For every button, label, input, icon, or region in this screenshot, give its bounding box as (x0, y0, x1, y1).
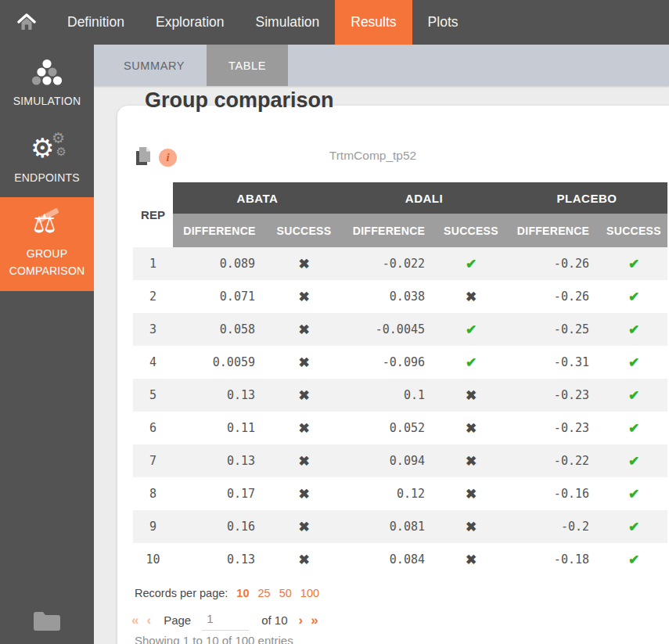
placebo-difference-cell: -0.26 (506, 247, 600, 280)
abata-difference-cell: 0.13 (173, 444, 266, 477)
records-option-25[interactable]: 25 (258, 587, 271, 599)
placebo-success-mark: ✔ (600, 412, 667, 444)
adali-difference-cell: -0.096 (342, 346, 436, 379)
rep-cell: 6 (133, 412, 173, 444)
cluster-icon (31, 57, 63, 88)
adali-difference-cell: 0.12 (342, 477, 436, 510)
table-row: 3 0.058 ✖ -0.0045 ✔ -0.25 ✔ (133, 313, 667, 346)
sidebar-item-label: ENDPOINTS (14, 170, 79, 187)
placebo-difference-cell: -0.25 (506, 313, 600, 346)
sidebar-item-simulation[interactable]: SIMULATION (0, 45, 94, 121)
table-row: 10 0.13 ✖ 0.084 ✖ -0.18 ✔ (133, 543, 667, 576)
column-header-success: SUCCESS (436, 214, 506, 247)
records-per-page-label: Records per page: (135, 587, 228, 599)
abata-success-mark: ✖ (266, 510, 342, 543)
placebo-success-mark: ✔ (600, 313, 667, 346)
column-header-difference: DIFFERENCE (506, 214, 600, 247)
rep-cell: 10 (133, 543, 173, 576)
nav-item-plots[interactable]: Plots (412, 0, 474, 45)
tab-summary[interactable]: SUMMARY (102, 45, 207, 86)
placebo-success-mark: ✔ (600, 346, 667, 379)
table-row: 7 0.13 ✖ 0.094 ✖ -0.22 ✔ (133, 444, 667, 477)
table-row: 4 0.0059 ✖ -0.096 ✔ -0.31 ✔ (133, 346, 667, 379)
group-header-placebo: PLACEBO (506, 182, 667, 214)
abata-difference-cell: 0.089 (173, 247, 266, 280)
table-row: 2 0.071 ✖ 0.038 ✖ -0.26 ✔ (133, 280, 667, 313)
home-icon (17, 13, 36, 31)
placebo-difference-cell: -0.16 (506, 477, 600, 510)
results-tabbar: SUMMARY TABLE (94, 45, 669, 86)
next-page-button[interactable]: › (299, 613, 304, 628)
abata-success-mark: ✖ (266, 412, 342, 444)
abata-difference-cell: 0.17 (173, 477, 266, 510)
placebo-difference-cell: -0.26 (506, 280, 600, 313)
page-label: Page (164, 613, 191, 627)
records-option-50[interactable]: 50 (279, 587, 292, 599)
table-meta-row: i TrtmComp_tp52 (133, 146, 669, 171)
sidebar-item-label: SIMULATION (13, 93, 81, 110)
column-header-rep: REP (133, 182, 173, 247)
adali-success-mark: ✖ (436, 510, 506, 543)
placebo-success-mark: ✔ (600, 477, 667, 510)
rep-cell: 2 (133, 280, 173, 313)
column-header-difference: DIFFERENCE (342, 214, 436, 247)
sidebar-item-endpoints[interactable]: ⚙ ⚙ ⚙ ENDPOINTS (0, 121, 94, 198)
adali-success-mark: ✔ (436, 247, 506, 280)
nav-item-results[interactable]: Results (335, 0, 412, 45)
group-header-abata: ABATA (173, 182, 342, 214)
placebo-difference-cell: -0.23 (506, 412, 600, 444)
abata-difference-cell: 0.058 (173, 313, 266, 346)
last-page-button[interactable]: » (311, 613, 318, 628)
main-content: Group comparison i TrtmComp_tp52 (94, 86, 669, 644)
placebo-difference-cell: -0.2 (506, 510, 600, 543)
table-row: 1 0.089 ✖ -0.022 ✔ -0.26 ✔ (133, 247, 667, 280)
adali-difference-cell: 0.081 (342, 510, 436, 543)
table-row: 5 0.13 ✖ 0.1 ✖ -0.23 ✔ (133, 379, 667, 412)
abata-success-mark: ✖ (266, 477, 342, 510)
nav-item-definition[interactable]: Definition (52, 0, 140, 45)
adali-difference-cell: 0.084 (342, 543, 436, 576)
abata-success-mark: ✖ (266, 444, 342, 477)
abata-difference-cell: 0.13 (173, 379, 266, 412)
placebo-success-mark: ✔ (600, 379, 667, 412)
adali-success-mark: ✖ (436, 379, 506, 412)
placebo-success-mark: ✔ (600, 280, 667, 313)
project-folder-button[interactable] (32, 610, 62, 635)
group-header-row: REP ABATA ADALI PLACEBO (133, 182, 667, 214)
app-window: Definition Exploration Simulation Result… (0, 0, 669, 644)
abata-difference-cell: 0.13 (173, 543, 266, 576)
nav-item-exploration[interactable]: Exploration (140, 0, 240, 45)
table-body: 1 0.089 ✖ -0.022 ✔ -0.26 ✔ 2 0.071 ✖ 0.0… (133, 247, 667, 576)
placebo-success-mark: ✔ (600, 510, 667, 543)
sidebar-item-group-comparison[interactable]: ⚖ GROUP COMPARISON (0, 197, 94, 290)
tab-table[interactable]: TABLE (207, 45, 288, 86)
records-per-page: Records per page: 10 25 50 100 (135, 587, 319, 599)
table-title: TrtmComp_tp52 (133, 149, 613, 163)
first-page-button[interactable]: « (131, 613, 138, 628)
adali-success-mark: ✖ (436, 477, 506, 510)
abata-success-mark: ✖ (266, 313, 342, 346)
group-comparison-table: REP ABATA ADALI PLACEBO DIFFERENCE SUCCE… (133, 182, 667, 576)
gears-icon: ⚙ ⚙ ⚙ (29, 134, 65, 165)
adali-difference-cell: 0.094 (342, 444, 436, 477)
placebo-difference-cell: -0.31 (506, 346, 600, 379)
abata-difference-cell: 0.16 (173, 510, 266, 543)
adali-success-mark: ✖ (436, 280, 506, 313)
records-option-10[interactable]: 10 (236, 587, 249, 599)
abata-success-mark: ✖ (266, 280, 342, 313)
records-option-100[interactable]: 100 (300, 587, 319, 599)
pager: « ‹ Page of 10 › » (131, 610, 326, 631)
adali-difference-cell: 0.052 (342, 412, 436, 444)
placebo-difference-cell: -0.23 (506, 379, 600, 412)
abata-success-mark: ✖ (266, 543, 342, 576)
column-header-difference: DIFFERENCE (173, 214, 266, 247)
abata-success-mark: ✖ (266, 379, 342, 412)
home-button[interactable] (0, 0, 52, 45)
rep-cell: 3 (133, 313, 173, 346)
prev-page-button[interactable]: ‹ (146, 613, 151, 628)
rep-cell: 7 (133, 444, 173, 477)
nav-item-simulation[interactable]: Simulation (240, 0, 336, 45)
rep-cell: 1 (133, 247, 173, 280)
placebo-success-mark: ✔ (600, 444, 667, 477)
page-number-input[interactable] (202, 610, 249, 631)
